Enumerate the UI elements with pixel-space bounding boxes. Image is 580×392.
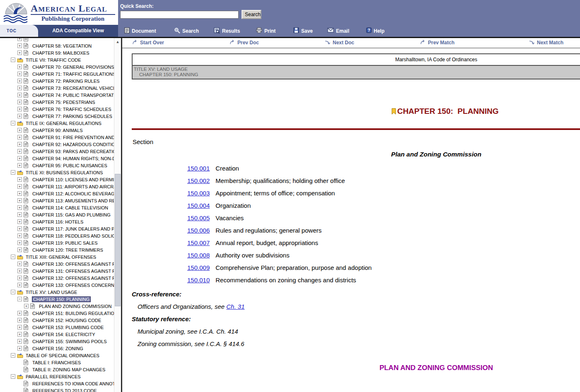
expand-plus-icon[interactable]: + [17,269,22,273]
tree-item[interactable]: +CHAPTER 94: HUMAN RIGHTS; NON-DIS [0,155,115,162]
expand-plus-icon[interactable]: + [17,283,22,287]
tree-item[interactable]: +CHAPTER 153: PLUMBING CODE [0,324,115,331]
expand-plus-icon[interactable]: + [17,198,22,203]
expand-plus-icon[interactable]: + [17,325,22,329]
tree-item[interactable]: TABLE II: ZONING MAP CHANGES [0,366,115,373]
section-link[interactable]: 150.004 [187,202,210,209]
tree-item[interactable]: +CHAPTER 117: JUNK DEALERS AND PAW [0,225,115,232]
nav-start-over[interactable]: Start Over [132,39,164,46]
tree-item[interactable]: +CHAPTER 118: PEDDLERS AND SOLICIT [0,232,115,239]
scroll-up-arrow-icon[interactable]: ▲ [115,39,121,45]
expand-plus-icon[interactable]: + [17,65,22,69]
expand-plus-icon[interactable]: + [17,212,22,217]
expand-plus-icon[interactable]: + [17,191,22,196]
expand-plus-icon[interactable]: + [17,51,22,55]
search-button[interactable]: Search [242,10,261,19]
collapse-minus-icon[interactable]: − [11,255,15,259]
expand-plus-icon[interactable]: + [17,248,22,252]
tree-item[interactable]: +CHAPTER 115: GAS AND PLUMBING [0,211,115,218]
tree-item[interactable]: +CHAPTER 113: AMUSEMENTS AND RECR [0,197,115,204]
tree-item[interactable]: +CHAPTER 154: ELECTRICITY [0,331,115,338]
tree-item[interactable]: −TITLE XI: BUSINESS REGULATIONS [0,169,115,176]
tree-item[interactable]: +CHAPTER 110: LICENSES AND PERMITS [0,176,115,183]
tree-item[interactable]: +CHAPTER 76: TRAFFIC SCHEDULES [0,106,115,113]
tree-item[interactable]: +CHAPTER 151: BUILDING REGULATIONS [0,310,115,317]
expand-plus-icon[interactable]: + [17,156,22,161]
expand-plus-icon[interactable]: + [17,332,22,337]
tree-item[interactable]: +CHAPTER 92: HAZARDOUS CONDITIONS [0,141,115,148]
collapse-minus-icon[interactable]: − [17,297,22,301]
collapse-minus-icon[interactable]: − [11,58,15,62]
toolbar-email[interactable]: Email [327,25,349,37]
tree-item[interactable]: +CHAPTER 95: PUBLIC NUISANCES [0,162,115,169]
expand-plus-icon[interactable]: + [24,304,29,308]
expand-plus-icon[interactable]: + [17,276,22,280]
expand-plus-icon[interactable]: + [17,233,22,238]
tree-item[interactable]: −TABLE OF SPECIAL ORDINANCES [0,352,115,359]
scrollbar-thumb[interactable] [115,174,121,306]
collapse-minus-icon[interactable]: − [11,374,15,379]
nav-prev-doc[interactable]: Prev Doc [229,39,259,46]
section-link[interactable]: 150.008 [187,252,210,259]
expand-plus-icon[interactable]: + [17,205,22,210]
expand-plus-icon[interactable]: + [17,177,22,182]
chapter-31-link[interactable]: Ch. 31 [226,303,244,310]
tree-item[interactable]: +CHAPTER 114: CABLE TELEVISION [0,204,115,211]
section-link[interactable]: 150.003 [187,190,210,197]
tree-item[interactable]: +CHAPTER 130: OFFENSES AGAINST PEA [0,260,115,267]
expand-plus-icon[interactable]: + [17,86,22,90]
collapse-minus-icon[interactable]: − [11,121,15,125]
expand-plus-icon[interactable]: + [17,240,22,245]
expand-plus-icon[interactable]: + [17,43,22,48]
collapse-minus-icon[interactable]: − [11,353,15,358]
tree-item[interactable]: +CHAPTER 131: OFFENSES AGAINST PRO [0,267,115,274]
ada-compatible-view-link[interactable]: ADA Compatible View [38,25,118,37]
tree-item[interactable]: +CHAPTER 77: PARKING SCHEDULES [0,113,115,120]
tree-item[interactable]: −TITLE IX: GENERAL REGULATIONS [0,120,115,127]
expand-plus-icon[interactable]: + [17,219,22,224]
expand-plus-icon[interactable]: + [17,149,22,154]
section-link[interactable]: 150.002 [187,177,210,184]
expand-plus-icon[interactable]: + [17,226,22,231]
tree-item[interactable]: +CHAPTER 111: AIRPORTS AND AIRCRAF [0,183,115,190]
expand-plus-icon[interactable]: + [17,100,22,104]
toolbar-document[interactable]: Document [124,25,156,37]
collapse-minus-icon[interactable]: − [11,290,15,294]
tree-item[interactable]: +CHAPTER 119: PUBLIC SALES [0,239,115,246]
expand-plus-icon[interactable]: + [17,318,22,322]
expand-plus-icon[interactable]: + [17,114,22,118]
section-link[interactable]: 150.010 [187,277,210,284]
tree-item[interactable]: +CHAPTER 152: HOUSING CODE [0,317,115,324]
tree-item[interactable]: +CHAPTER 120: TREE TRIMMERS [0,246,115,253]
tree-item[interactable]: +CHAPTER 93: PARKS AND RECREATION; [0,148,115,155]
tree-item[interactable]: +CHAPTER 58: VEGETATION [0,42,115,49]
expand-plus-icon[interactable]: + [17,79,22,83]
bookmark-icon[interactable] [392,108,396,115]
expand-plus-icon[interactable]: + [17,107,22,111]
section-link[interactable]: 150.007 [187,239,210,246]
toolbar-results[interactable]: Results [214,25,240,37]
expand-plus-icon[interactable]: + [17,38,22,41]
expand-plus-icon[interactable]: + [17,262,22,266]
toolbar-save[interactable]: Save [293,25,313,37]
tree-item[interactable]: +CHAPTER 59: MAILBOXES [0,49,115,56]
expand-plus-icon[interactable]: + [17,346,22,351]
tree-item[interactable]: −TITLE VII: TRAFFIC CODE [0,56,115,63]
tree-item[interactable]: +CHAPTER 72: PARKING RULES [0,77,115,84]
tree-item[interactable]: +CHAPTER 116: HOTELS [0,218,115,225]
tree-item[interactable]: TABLE I: FRANCHISES [0,359,115,366]
expand-plus-icon[interactable]: + [17,339,22,344]
nav-next-doc[interactable]: Next Doc [324,39,354,46]
section-link[interactable]: 150.005 [187,214,210,221]
expand-plus-icon[interactable]: + [17,142,22,147]
tree-item[interactable]: −TITLE XV: LAND USAGE [0,289,115,296]
toolbar-search[interactable]: Search [174,25,199,37]
nav-next-match[interactable]: Next Match [529,39,563,46]
tab-toc[interactable]: TOC [0,25,38,37]
tree-item[interactable]: +CHAPTER 156: ZONING [0,345,115,352]
tree-item[interactable]: +CHAPTER 90: ANIMALS [0,127,115,134]
tree-item[interactable]: +CHAPTER 91: FIRE PREVENTION AND PR [0,134,115,141]
toolbar-help[interactable]: ?Help [366,25,384,37]
tree-item[interactable]: +CHAPTER 133: OFFENSES CONCERNING [0,281,115,289]
tree-item[interactable]: REFERENCES TO IOWA CODE ANNOTAT [0,380,115,387]
